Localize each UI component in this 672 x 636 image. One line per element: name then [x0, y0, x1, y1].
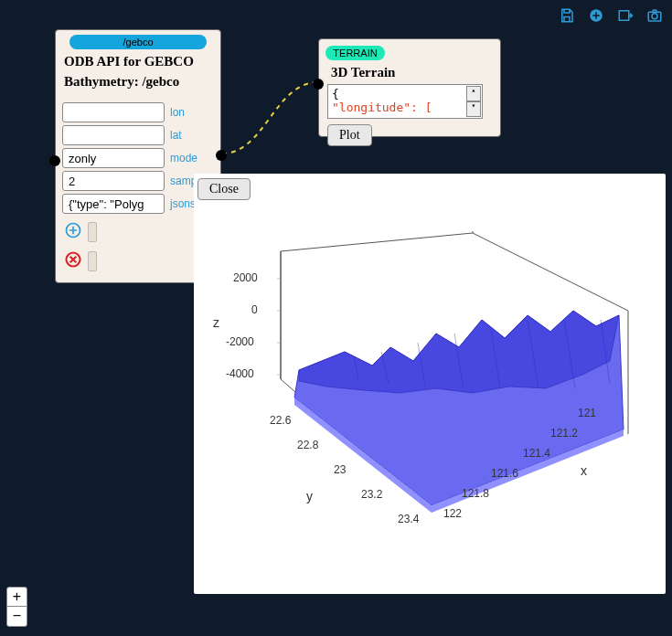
terrain-code-input[interactable]: { "longitude": [ ▴ ▾ — [327, 84, 483, 119]
mode-input[interactable] — [62, 148, 165, 168]
save-icon[interactable] — [559, 7, 575, 24]
slot-1[interactable] — [88, 222, 97, 242]
y-tick: 23.2 — [361, 488, 382, 501]
zoom-in-button[interactable]: + — [7, 588, 27, 607]
slot-2[interactable] — [88, 251, 97, 271]
delete-field-icon[interactable] — [64, 250, 82, 272]
y-axis-label: y — [306, 489, 313, 504]
spinner-up-icon[interactable]: ▴ — [466, 86, 481, 101]
y-tick: 22.8 — [297, 439, 318, 451]
svg-rect-1 — [619, 11, 629, 21]
node-gebco-pill: /gebco — [69, 35, 207, 49]
jsonsrc-input[interactable] — [62, 194, 165, 214]
visualization-panel: 2000 0 -2000 -4000 z 22.6 22.8 23 23.2 2… — [194, 174, 666, 594]
z-tick: 2000 — [233, 271, 258, 284]
terrain-3d-chart[interactable]: 2000 0 -2000 -4000 z 22.6 22.8 23 23.2 2… — [217, 224, 646, 562]
y-tick: 23 — [334, 463, 346, 476]
port-out[interactable] — [216, 150, 227, 161]
node-gebco-title-1: ODB API for GEBCO — [60, 53, 216, 73]
z-tick: -2000 — [226, 335, 254, 348]
node-terrain[interactable]: TERRAIN 3D Terrain { "longitude": [ ▴ ▾ … — [318, 38, 501, 137]
x-tick: 121.2 — [550, 427, 578, 440]
camera-icon[interactable] — [646, 7, 663, 24]
lon-label: lon — [170, 106, 185, 119]
export-icon[interactable] — [617, 7, 634, 24]
x-axis-label: x — [581, 463, 587, 478]
spinner-down-icon[interactable]: ▾ — [466, 101, 481, 117]
sample-input[interactable] — [62, 171, 165, 191]
mode-label: mode — [170, 152, 197, 164]
x-tick: 121.6 — [491, 467, 518, 480]
x-tick: 121 — [578, 407, 596, 419]
y-tick: 22.6 — [270, 414, 291, 427]
port-in[interactable] — [49, 155, 60, 166]
svg-point-3 — [652, 14, 657, 19]
plus-circle-icon[interactable] — [588, 7, 604, 24]
node-terrain-title: 3D Terrain — [324, 64, 496, 84]
plot-button[interactable]: Plot — [327, 124, 372, 146]
node-terrain-pill: TERRAIN — [325, 46, 385, 60]
lat-label: lat — [170, 129, 182, 142]
x-tick: 121.8 — [462, 487, 489, 500]
node-gebco-title-2: Bathymetry: /gebco — [60, 73, 216, 93]
z-tick: 0 — [251, 303, 258, 316]
close-button[interactable]: Close — [197, 178, 251, 200]
y-tick: 23.4 — [398, 513, 419, 525]
z-tick: -4000 — [226, 367, 254, 380]
zoom-out-button[interactable]: − — [7, 607, 27, 626]
terrain-port-in[interactable] — [313, 79, 324, 90]
top-toolbar — [559, 7, 663, 24]
add-field-icon[interactable] — [64, 221, 82, 243]
z-axis-label: z — [213, 315, 219, 330]
lat-input[interactable] — [62, 125, 165, 145]
zoom-control: + − — [6, 587, 27, 627]
x-tick: 122 — [443, 507, 462, 520]
lon-input[interactable] — [62, 102, 165, 122]
x-tick: 121.4 — [523, 447, 550, 460]
